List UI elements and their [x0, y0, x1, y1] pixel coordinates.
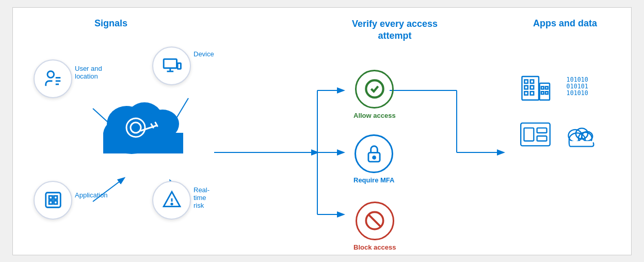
require-mfa-group: Require MFA [353, 134, 394, 184]
cloud-key [95, 85, 199, 160]
svg-rect-32 [49, 201, 52, 204]
device-label: Device [194, 50, 214, 58]
svg-rect-57 [524, 128, 534, 141]
realtime-risk-label: Real-timerisk [194, 186, 210, 209]
svg-point-35 [171, 204, 172, 205]
svg-line-40 [369, 214, 381, 226]
svg-rect-29 [45, 193, 60, 208]
require-mfa-label: Require MFA [353, 176, 394, 184]
svg-rect-51 [541, 91, 544, 94]
svg-rect-31 [54, 196, 57, 199]
svg-rect-23 [103, 133, 183, 153]
svg-rect-58 [537, 128, 547, 132]
cloud-icon [565, 121, 599, 152]
app-portal-icon [519, 121, 552, 152]
svg-rect-47 [530, 91, 534, 95]
svg-rect-44 [524, 85, 528, 89]
data-binary-icon: 101010 010101 101010 [565, 70, 599, 105]
svg-text:101010: 101010 [567, 89, 588, 97]
svg-rect-17 [178, 63, 181, 69]
allow-access-label: Allow access [353, 112, 396, 119]
svg-rect-49 [541, 86, 544, 89]
verify-column: Verify every access attempt Allow access… [338, 18, 452, 245]
svg-rect-30 [49, 196, 52, 199]
svg-rect-16 [164, 59, 176, 68]
svg-point-38 [373, 157, 375, 159]
signals-title: Signals [28, 18, 194, 29]
svg-rect-33 [54, 201, 57, 204]
svg-text:101010: 101010 [567, 76, 588, 83]
svg-rect-56 [521, 123, 550, 146]
svg-rect-45 [530, 85, 534, 89]
svg-rect-43 [530, 80, 534, 83]
building-icon [519, 70, 552, 105]
allow-access-group: Allow access [353, 70, 396, 119]
svg-point-12 [47, 71, 54, 78]
user-location-label: User andlocation [75, 65, 102, 80]
svg-rect-59 [537, 136, 547, 141]
svg-text:010101: 010101 [567, 83, 588, 90]
svg-rect-42 [524, 80, 528, 83]
application-icon [34, 181, 72, 220]
diagram-container: Signals User andlocation Device [12, 7, 632, 255]
application-label: Application [75, 191, 108, 199]
apps-title: Apps and data [508, 18, 622, 29]
signals-column: Signals User andlocation Device [28, 18, 194, 245]
verify-title: Verify every access attempt [338, 18, 452, 42]
device-icon [152, 47, 191, 85]
realtime-risk-icon [152, 181, 191, 220]
svg-rect-52 [545, 91, 548, 94]
user-location-icon [34, 59, 72, 98]
svg-rect-46 [524, 91, 528, 95]
block-access-group: Block access [353, 202, 396, 251]
apps-column: Apps and data 101010 010101 [508, 18, 622, 245]
block-access-label: Block access [353, 243, 396, 251]
svg-rect-50 [545, 86, 548, 89]
